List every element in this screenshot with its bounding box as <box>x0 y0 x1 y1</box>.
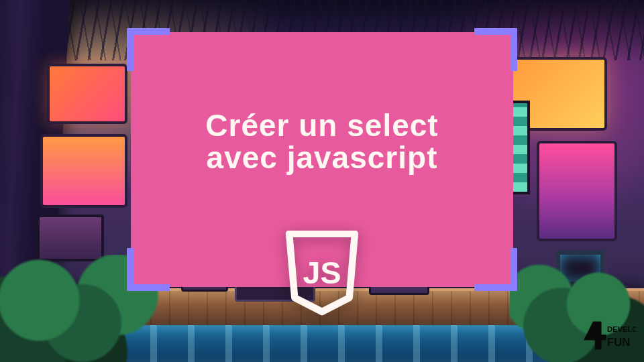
brand-text-top: DEVELOP <box>607 325 636 333</box>
thumbnail-stage: Créer un select avec javascript JS DEVEL… <box>0 0 644 362</box>
js-shield-icon: JS <box>282 231 362 316</box>
corner-bracket-bl <box>127 248 170 291</box>
title-text: Créer un select avec javascript <box>131 109 513 174</box>
corner-bracket-tl <box>127 28 170 71</box>
title-line-2: avec javascript <box>150 141 494 174</box>
bg-sign-left-1 <box>47 64 127 124</box>
brand-logo: DEVELOP FUN <box>578 318 636 355</box>
brand-text-bottom: FUN <box>607 336 631 349</box>
js-shield-text: JS <box>303 255 341 290</box>
bg-sign-right-2 <box>537 141 617 241</box>
title-line-1: Créer un select <box>150 109 494 141</box>
corner-bracket-tr <box>474 28 517 71</box>
title-panel: Créer un select avec javascript JS <box>131 32 513 287</box>
bg-sign-left-2 <box>40 134 127 208</box>
corner-bracket-br <box>474 248 517 291</box>
